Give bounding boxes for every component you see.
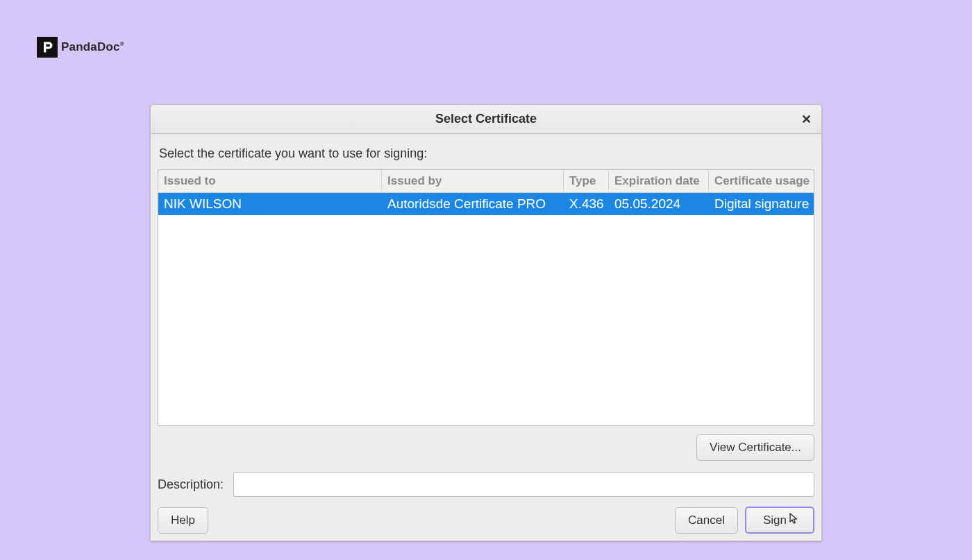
pandadoc-logo-icon (37, 37, 58, 58)
sign-button-label: Sign (763, 514, 787, 527)
col-header-expiration[interactable]: Expiration date (609, 170, 709, 192)
close-icon[interactable]: ✕ (801, 113, 812, 126)
view-certificate-button[interactable]: View Certificate... (696, 434, 814, 461)
dialog-titlebar: Select Certificate ✕ (151, 105, 821, 134)
cell-usage: Digital signature (709, 193, 814, 215)
description-input[interactable] (233, 472, 814, 497)
brand-logo: PandaDoc® (37, 37, 124, 58)
table-row[interactable]: NIK WILSON Autoridsde Certificate PRO X.… (158, 193, 814, 215)
col-header-usage[interactable]: Certificate usage (709, 170, 814, 192)
sign-button[interactable]: Sign (745, 507, 814, 534)
cursor-icon (789, 513, 799, 527)
cancel-button[interactable]: Cancel (675, 507, 738, 534)
cell-issued-to: NIK WILSON (158, 193, 382, 215)
cell-type: X.436 (564, 193, 609, 215)
col-header-issued-to[interactable]: Issued to (158, 170, 382, 192)
cell-expiration: 05.05.2024 (609, 193, 709, 215)
description-label: Description: (158, 477, 224, 492)
table-empty-area (158, 215, 814, 425)
select-certificate-dialog: Select Certificate ✕ Select the certific… (150, 104, 822, 541)
dialog-instruction: Select the certificate you want to use f… (158, 142, 814, 169)
col-header-issued-by[interactable]: Issued by (382, 170, 564, 192)
table-header-row: Issued to Issued by Type Expiration date… (158, 170, 814, 193)
help-button[interactable]: Help (158, 507, 208, 534)
dialog-title: Select Certificate (435, 112, 537, 126)
col-header-type[interactable]: Type (564, 170, 609, 192)
brand-name: PandaDoc® (61, 40, 124, 54)
dialog-body: Select the certificate you want to use f… (151, 134, 821, 541)
certificate-table: Issued to Issued by Type Expiration date… (158, 169, 814, 426)
cell-issued-by: Autoridsde Certificate PRO (382, 193, 564, 215)
